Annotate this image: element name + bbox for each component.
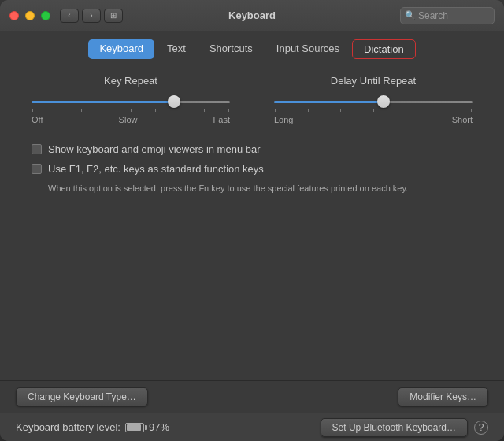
- traffic-lights: [9, 11, 50, 20]
- delay-repeat-min-label: Long: [274, 115, 293, 124]
- key-repeat-track: [32, 101, 230, 103]
- nav-buttons: ‹ ›: [60, 9, 101, 23]
- tab-keyboard[interactable]: Keyboard: [88, 39, 154, 59]
- minimize-button[interactable]: [25, 11, 35, 20]
- battery-fill: [127, 424, 141, 431]
- tab-dictation[interactable]: Dictation: [352, 39, 416, 59]
- use-fkeys-subtext: When this option is selected, press the …: [48, 183, 472, 195]
- delay-repeat-thumb[interactable]: [377, 95, 390, 108]
- tab-text[interactable]: Text: [156, 39, 197, 59]
- tabs-bar: Keyboard Text Shortcuts Input Sources Di…: [0, 32, 504, 59]
- delay-repeat-group: Delay Until Repeat Long Short: [274, 75, 472, 124]
- battery-percent: 97%: [149, 421, 169, 433]
- bottom-buttons-area: Change Keyboard Type… Modifier Keys…: [0, 380, 504, 413]
- key-repeat-slider[interactable]: [32, 94, 230, 109]
- status-bar: Keyboard battery level: 97% Set Up Bluet…: [0, 413, 504, 441]
- delay-repeat-fill: [274, 101, 384, 103]
- back-button[interactable]: ‹: [60, 9, 79, 23]
- bluetooth-keyboard-button[interactable]: Set Up Bluetooth Keyboard…: [321, 418, 468, 437]
- keyboard-preferences-window: ‹ › ⊞ Keyboard 🔍 Keyboard Text Shortcuts…: [0, 0, 504, 441]
- grid-button[interactable]: ⊞: [104, 9, 123, 23]
- status-right: Set Up Bluetooth Keyboard… ?: [321, 418, 488, 437]
- help-button[interactable]: ?: [474, 421, 488, 435]
- maximize-button[interactable]: [41, 11, 50, 20]
- key-repeat-range-labels: Off Slow Fast: [32, 115, 230, 124]
- forward-button[interactable]: ›: [82, 9, 101, 23]
- checkbox-group-fkeys: Use F1, F2, etc. keys as standard functi…: [32, 163, 472, 195]
- show-emoji-label: Show keyboard and emoji viewers in menu …: [48, 143, 261, 155]
- key-repeat-min-label: Off: [32, 115, 43, 124]
- delay-repeat-max-label: Short: [452, 115, 472, 124]
- window-title: Keyboard: [228, 9, 276, 21]
- key-repeat-ticks: [32, 109, 230, 112]
- key-repeat-label: Key Repeat: [104, 75, 158, 87]
- checkbox-row-fkeys: Use F1, F2, etc. keys as standard functi…: [32, 163, 472, 175]
- delay-repeat-label: Delay Until Repeat: [331, 75, 416, 87]
- key-repeat-mid-label: Slow: [119, 115, 138, 124]
- battery-section: Keyboard battery level: 97%: [16, 421, 169, 433]
- search-icon: 🔍: [405, 10, 416, 20]
- delay-repeat-ticks: [274, 109, 472, 112]
- show-emoji-checkbox[interactable]: [32, 144, 42, 154]
- key-repeat-max-label: Fast: [213, 115, 230, 124]
- delay-repeat-track: [274, 101, 472, 103]
- change-keyboard-button[interactable]: Change Keyboard Type…: [16, 387, 148, 406]
- checkbox-row-emoji: Show keyboard and emoji viewers in menu …: [32, 143, 472, 155]
- titlebar: ‹ › ⊞ Keyboard 🔍: [0, 0, 504, 32]
- close-button[interactable]: [9, 11, 19, 20]
- sliders-row: Key Repeat Off Slow Fast: [32, 75, 472, 124]
- use-fkeys-label: Use F1, F2, etc. keys as standard functi…: [48, 163, 264, 175]
- delay-repeat-slider[interactable]: [274, 94, 472, 109]
- delay-repeat-range-labels: Long Short: [274, 115, 472, 124]
- battery-icon: [125, 423, 144, 432]
- battery-label: Keyboard battery level:: [16, 421, 120, 433]
- tab-shortcuts[interactable]: Shortcuts: [198, 39, 264, 59]
- search-wrapper: 🔍: [400, 7, 495, 24]
- tab-input-sources[interactable]: Input Sources: [265, 39, 350, 59]
- key-repeat-group: Key Repeat Off Slow Fast: [32, 75, 230, 124]
- use-fkeys-checkbox[interactable]: [32, 164, 42, 174]
- main-content: Key Repeat Off Slow Fast: [0, 59, 504, 380]
- key-repeat-thumb[interactable]: [168, 95, 180, 108]
- modifier-keys-button[interactable]: Modifier Keys…: [398, 387, 488, 406]
- key-repeat-fill: [32, 101, 174, 103]
